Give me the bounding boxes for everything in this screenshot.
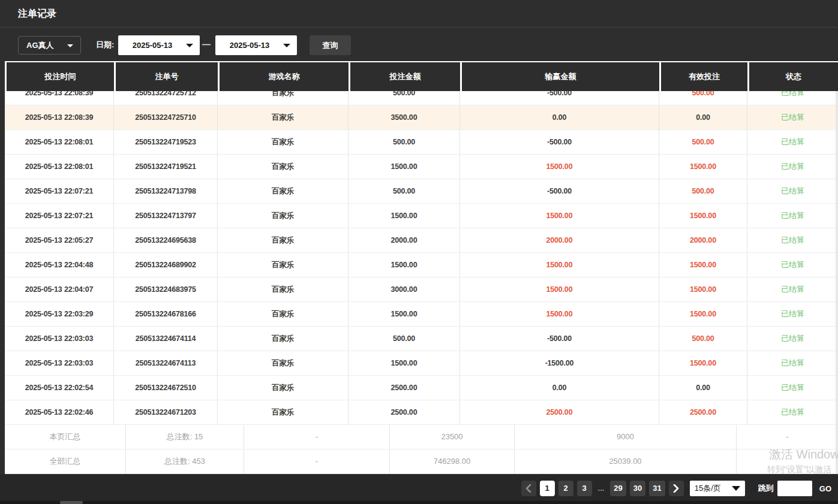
date-to-value: 2025-05-13: [230, 41, 270, 50]
cell-game-name: 百家乐: [218, 105, 349, 129]
cell-win-loss: 1500.00: [460, 204, 659, 228]
horizontal-scrollbar-thumb[interactable]: [60, 501, 83, 504]
cell-bet-amount: 1500.00: [349, 253, 460, 277]
page-title: 注单记录: [18, 0, 56, 28]
prev-page-button[interactable]: [521, 481, 536, 496]
cell-game-name: 百家乐: [218, 253, 349, 277]
summary-bet-total: 23500: [390, 425, 515, 449]
cell-game-name: 百家乐: [218, 91, 349, 105]
cell-win-loss: -1500.00: [460, 351, 659, 375]
summary-winloss-total: 25039.00: [515, 449, 737, 473]
table-row: 2025-05-13 22:02:54250513224672510百家乐250…: [5, 376, 838, 400]
page-button-2[interactable]: 2: [558, 481, 573, 496]
cell-bet-id: 250513224713798: [114, 179, 218, 203]
cell-win-loss: 1500.00: [460, 277, 659, 301]
cell-valid-bet: 1500.00: [659, 155, 747, 179]
page-button-31[interactable]: 31: [649, 481, 665, 496]
chevron-down-icon: [283, 44, 290, 47]
cell-bet-id: 250513224683975: [114, 277, 218, 301]
summary-empty: [737, 449, 838, 473]
cell-valid-bet: 500.00: [659, 327, 747, 351]
cell-status: 已结算: [747, 91, 838, 105]
title-bar: 注单记录: [0, 0, 838, 28]
page-size-select[interactable]: 15条/页: [690, 481, 745, 496]
jump-to-input[interactable]: [777, 481, 812, 496]
summary-dash: -: [244, 425, 390, 449]
table-row: 2025-05-13 22:07:21250513224713798百家乐500…: [5, 179, 838, 204]
page-size-value: 15条/页: [695, 484, 721, 493]
cell-bet-time: 2025-05-13 22:08:01: [5, 155, 114, 179]
cell-bet-amount: 500.00: [349, 179, 460, 203]
table-row: 2025-05-13 22:04:07250513224683975百家乐300…: [5, 277, 838, 302]
cell-bet-amount: 500.00: [349, 130, 460, 154]
cell-win-loss: -500.00: [460, 327, 659, 351]
summary-bet-total: 746298.00: [390, 449, 515, 473]
cell-win-loss: -500.00: [460, 179, 659, 203]
game-type-select-value: AG真人: [26, 41, 54, 50]
table-row: 2025-05-13 22:03:29250513224678166百家乐150…: [5, 302, 838, 327]
cell-win-loss: -500.00: [460, 91, 659, 105]
date-from-select[interactable]: 2025-05-13: [118, 35, 200, 55]
go-button[interactable]: GO: [819, 484, 831, 493]
cell-status: 已结算: [747, 376, 838, 400]
cell-win-loss: 1500.00: [460, 302, 659, 326]
cell-bet-id: 250513224713797: [114, 204, 218, 228]
cell-bet-amount: 2500.00: [349, 400, 460, 424]
cell-win-loss: -500.00: [460, 130, 659, 154]
cell-bet-id: 250513224689902: [114, 253, 218, 277]
cell-game-name: 百家乐: [218, 228, 349, 252]
cell-bet-amount: 3000.00: [349, 277, 460, 301]
cell-valid-bet: 1500.00: [659, 302, 747, 326]
cell-status: 已结算: [747, 130, 838, 154]
vertical-scrollbar[interactable]: [836, 91, 838, 474]
cell-bet-amount: 1500.00: [349, 155, 460, 179]
game-type-select[interactable]: AG真人: [18, 36, 81, 55]
page-button-30[interactable]: 30: [630, 481, 645, 496]
cell-bet-id: 250513224695638: [114, 228, 218, 252]
page-button-29[interactable]: 29: [610, 481, 626, 496]
summary-bet-count: 总注数: 453: [126, 449, 244, 473]
cell-bet-amount: 500.00: [349, 327, 460, 351]
table-row: 2025-05-13 22:02:46250513224671203百家乐250…: [5, 400, 838, 425]
page-button-3[interactable]: 3: [577, 481, 592, 496]
all-summary-row: 全部汇总 总注数: 453 - 746298.00 25039.00: [5, 449, 838, 474]
bottom-bar: 1 2 3 ... 29 30 31 15条/页 跳到 GO: [0, 474, 838, 504]
table-header: 投注时间 注单号 游戏名称 投注金额 输赢金额 有效投注 状态: [5, 61, 838, 91]
summary-bet-count: 总注数: 15: [126, 425, 244, 449]
summary-section: 本页汇总 总注数: 15 - 23500 9000 - 全部汇总 总注数: 45…: [5, 425, 838, 474]
cell-bet-amount: 1500.00: [349, 351, 460, 375]
table-row: 2025-05-13 22:03:03250513224674114百家乐500…: [5, 327, 838, 351]
date-to-select[interactable]: 2025-05-13: [215, 35, 297, 55]
cell-bet-amount: 2000.00: [349, 228, 460, 252]
header-valid-bet: 有效投注: [659, 62, 747, 91]
cell-status: 已结算: [747, 204, 838, 228]
cell-valid-bet: 2500.00: [659, 400, 747, 424]
cell-game-name: 百家乐: [218, 400, 349, 424]
next-page-button[interactable]: [669, 481, 684, 496]
cell-win-loss: 1500.00: [460, 155, 659, 179]
cell-bet-id: 250513224674114: [114, 327, 218, 351]
cell-status: 已结算: [747, 351, 838, 375]
pagination: 1 2 3 ... 29 30 31 15条/页 跳到 GO: [521, 481, 834, 496]
cell-status: 已结算: [747, 253, 838, 277]
header-bet-id: 注单号: [114, 62, 218, 91]
cell-valid-bet: 1500.00: [659, 204, 747, 228]
cell-game-name: 百家乐: [218, 302, 349, 326]
cell-status: 已结算: [747, 155, 838, 179]
cell-status: 已结算: [747, 400, 838, 424]
cell-bet-id: 250513224672510: [114, 376, 218, 400]
summary-dash: -: [244, 449, 390, 473]
cell-bet-amount: 2500.00: [349, 376, 460, 400]
table-row: 2025-05-13 22:03:03250513224674113百家乐150…: [5, 351, 838, 376]
cell-valid-bet: 500.00: [659, 91, 747, 105]
cell-win-loss: 2500.00: [460, 400, 659, 424]
chevron-right-icon: [673, 484, 679, 493]
cell-valid-bet: 1500.00: [659, 253, 747, 277]
cell-valid-bet: 2000.00: [659, 228, 747, 252]
cell-game-name: 百家乐: [218, 130, 349, 154]
page-button-1[interactable]: 1: [540, 481, 555, 496]
cell-valid-bet: 500.00: [659, 179, 747, 203]
table-row: 2025-05-13 22:04:48250513224689902百家乐150…: [5, 253, 838, 277]
horizontal-scrollbar: [0, 501, 838, 504]
search-button[interactable]: 查询: [310, 35, 351, 55]
